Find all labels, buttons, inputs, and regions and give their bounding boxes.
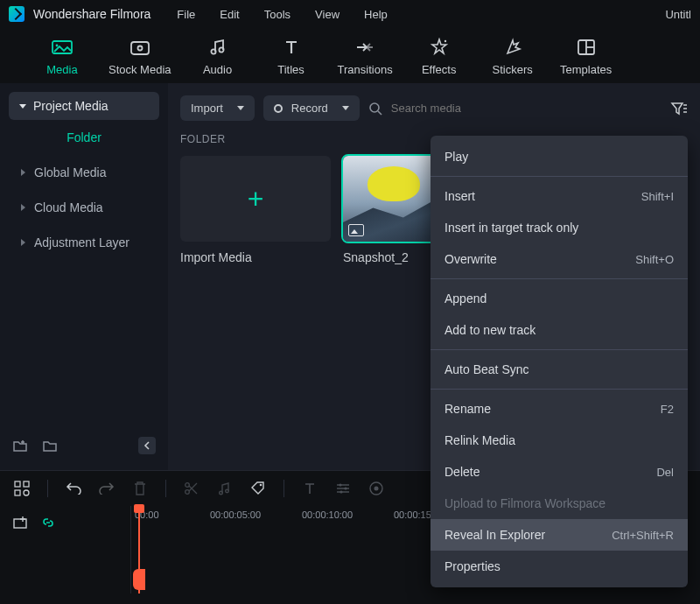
caret-down-icon: [342, 106, 349, 110]
svg-rect-15: [15, 481, 20, 487]
layout-icon[interactable]: [14, 481, 30, 496]
ctx-delete[interactable]: DeleteDel: [430, 456, 688, 488]
ctx-append[interactable]: Append: [430, 283, 688, 314]
effects-icon: [429, 37, 450, 58]
tab-transitions-label: Transitions: [338, 63, 393, 76]
tab-effects-label: Effects: [422, 63, 457, 76]
ctx-play[interactable]: Play: [430, 141, 688, 172]
timecode: 00:00:15:: [394, 509, 434, 520]
tab-effects[interactable]: Effects: [412, 37, 466, 76]
svg-point-3: [137, 46, 142, 51]
plus-icon: +: [248, 183, 264, 215]
ctx-insert-target[interactable]: Insert in target track only: [430, 212, 688, 243]
svg-point-4: [211, 49, 215, 53]
sidebar-item-cloud-media[interactable]: Cloud Media: [9, 190, 159, 225]
ctx-properties[interactable]: Properties: [430, 551, 688, 582]
tri-right-icon: [21, 204, 25, 211]
ctx-autobeat[interactable]: Auto Beat Sync: [430, 354, 688, 385]
tri-right-icon: [21, 239, 25, 246]
timecode: 00:00:10:00: [302, 509, 353, 520]
svg-point-5: [219, 47, 223, 52]
collapse-sidebar-button[interactable]: [138, 437, 156, 454]
ctx-overwrite[interactable]: OverwriteShift+O: [430, 243, 688, 275]
import-dropdown[interactable]: Import: [180, 95, 255, 121]
new-folder-icon[interactable]: [42, 439, 58, 453]
folder-link[interactable]: Folder: [9, 120, 159, 155]
tab-templates[interactable]: Templates: [559, 37, 613, 76]
ctx-add-track[interactable]: Add to new track: [430, 314, 688, 346]
audio-icon: [207, 37, 228, 58]
tab-audio[interactable]: Audio: [191, 37, 245, 76]
timecode: 00:00:05:00: [210, 509, 261, 520]
menu-edit[interactable]: Edit: [220, 8, 239, 21]
svg-point-22: [226, 489, 229, 493]
tab-stickers[interactable]: Stickers: [486, 37, 540, 76]
ctx-rename[interactable]: RenameF2: [430, 393, 688, 425]
add-track-icon[interactable]: [12, 515, 28, 530]
main-tabs: Media Stock Media Audio Titles Transitio…: [0, 28, 700, 83]
main-panel: Import Record FOLDER + Import Media: [168, 83, 700, 470]
svg-point-20: [186, 490, 190, 495]
svg-line-11: [378, 111, 382, 115]
stickers-icon: [502, 37, 523, 58]
sidebar-item-global-media[interactable]: Global Media: [9, 155, 159, 190]
menu-view[interactable]: View: [315, 8, 340, 21]
menu-help[interactable]: Help: [364, 8, 388, 21]
split-icon[interactable]: [184, 481, 200, 496]
tab-media[interactable]: Media: [35, 37, 89, 76]
tab-transitions[interactable]: Transitions: [338, 37, 393, 76]
filter-icon[interactable]: [670, 101, 688, 116]
svg-point-29: [340, 490, 342, 493]
tab-stock-media[interactable]: Stock Media: [108, 37, 172, 76]
tab-titles-label: Titles: [277, 63, 304, 76]
tab-templates-label: Templates: [560, 63, 612, 76]
app-logo-icon: [9, 6, 24, 22]
svg-point-1: [56, 45, 59, 47]
ctx-upload: Upload to Filmora Workspace: [430, 488, 688, 519]
clip[interactable]: [133, 569, 145, 590]
text-tool-icon[interactable]: [302, 481, 318, 496]
svg-point-31: [374, 487, 379, 491]
record-icon: [274, 104, 283, 113]
ctx-insert[interactable]: InsertShift+I: [430, 180, 688, 212]
tab-stickers-label: Stickers: [493, 63, 533, 76]
search-input[interactable]: [391, 102, 662, 115]
svg-point-19: [186, 483, 190, 488]
new-bin-icon[interactable]: [12, 439, 28, 453]
link-icon[interactable]: [40, 515, 56, 530]
record-dropdown[interactable]: Record: [263, 95, 360, 121]
svg-point-28: [344, 487, 346, 489]
menu-tools[interactable]: Tools: [264, 8, 290, 21]
svg-rect-17: [15, 490, 20, 495]
stock-icon: [130, 37, 150, 58]
image-badge-icon: [348, 224, 364, 236]
svg-point-23: [260, 484, 262, 487]
tab-media-label: Media: [46, 63, 77, 76]
caret-down-icon: [19, 104, 26, 109]
delete-icon[interactable]: [132, 481, 148, 496]
sidebar: Project Media Folder Global Media Cloud …: [0, 83, 168, 470]
undo-icon[interactable]: [66, 481, 81, 496]
tab-titles[interactable]: Titles: [264, 37, 318, 76]
transitions-icon: [354, 37, 375, 58]
redo-icon[interactable]: [99, 481, 115, 496]
svg-rect-2: [131, 42, 149, 54]
sidebar-item-adjustment-layer[interactable]: Adjustment Layer: [9, 225, 159, 260]
app-name: Wondershare Filmora: [33, 7, 150, 21]
tag-icon[interactable]: [250, 481, 266, 496]
titles-icon: [281, 37, 302, 58]
adjust-icon[interactable]: [335, 481, 351, 496]
menu-file[interactable]: File: [177, 8, 195, 21]
svg-point-21: [220, 491, 223, 495]
tab-audio-label: Audio: [203, 63, 232, 76]
svg-point-27: [339, 483, 341, 486]
svg-point-18: [24, 490, 29, 495]
color-icon[interactable]: [368, 481, 384, 496]
ctx-relink[interactable]: Relink Media: [430, 425, 688, 456]
document-title: Untitl: [665, 8, 691, 21]
svg-point-10: [370, 103, 379, 112]
audio-detach-icon[interactable]: [217, 481, 233, 496]
ctx-reveal[interactable]: Reveal In ExplorerCtrl+Shift+R: [430, 519, 688, 551]
project-media-button[interactable]: Project Media: [9, 92, 159, 120]
import-media-card[interactable]: + Import Media: [180, 156, 331, 264]
